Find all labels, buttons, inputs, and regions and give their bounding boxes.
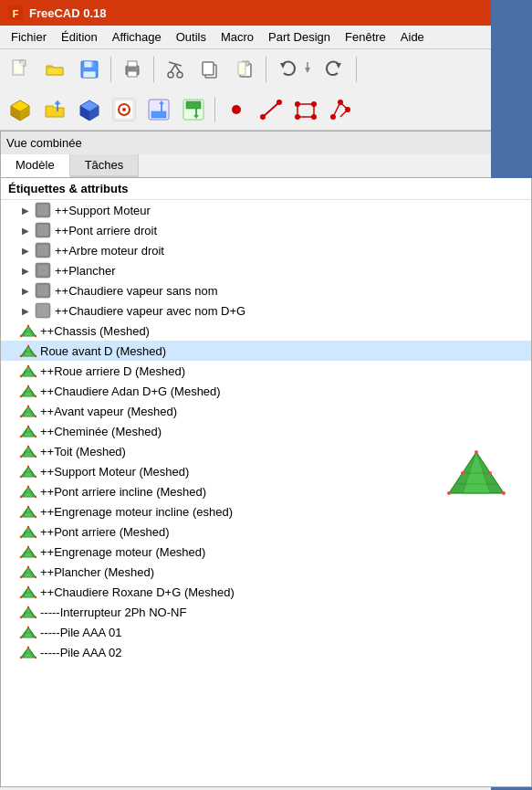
tree-arrow [5, 425, 17, 437]
tree-item[interactable]: ++Avant vapeur (Meshed) [1, 401, 531, 421]
svg-point-148 [35, 496, 37, 498]
svg-point-222 [502, 491, 506, 495]
svg-point-63 [338, 100, 343, 105]
tree-arrow[interactable]: ▶ [19, 264, 32, 277]
tree-item[interactable]: ++Engrenage moteur incline (eshed) [1, 501, 531, 521]
svg-marker-27 [336, 63, 341, 68]
tree-item[interactable]: ▶ ++Pont arriere droit [1, 220, 531, 240]
tree-arrow [5, 445, 17, 458]
tree-arrow [5, 324, 17, 337]
tree-item[interactable]: ++Pont arriere (Meshed) [1, 521, 531, 542]
svg-point-163 [27, 526, 29, 528]
menu-affichage[interactable]: Affichage [105, 28, 169, 46]
menu-aide[interactable]: Aide [393, 28, 432, 46]
tree-item[interactable]: -----Pile AAA 01 [1, 622, 531, 642]
menu-partdesign[interactable]: Part Design [261, 28, 338, 46]
tree-item[interactable]: ▶ ++Chaudiere vapeur avec nom D+G [1, 300, 531, 321]
svg-marker-32 [55, 100, 60, 104]
tree-item[interactable]: ++Roue arriere D (Meshed) [1, 361, 531, 381]
cut-button[interactable] [159, 53, 192, 86]
svg-line-16 [175, 65, 180, 72]
new-button[interactable] [4, 53, 37, 86]
tree-item[interactable]: -----Pile AAA 02 [1, 642, 531, 662]
tree-item-label: ++Pont arriere incline (Meshed) [40, 485, 206, 499]
tree-item[interactable]: ++Plancher (Meshed) [1, 562, 531, 582]
tree-item[interactable]: Roue avant D (Meshed) [1, 341, 531, 361]
tree-item[interactable]: -----Interrupteur 2Ph NO-NF [1, 602, 531, 622]
svg-point-224 [488, 471, 492, 475]
menu-bar: Fichier Édition Affichage Outils Macro P… [0, 26, 532, 49]
part-button[interactable] [4, 93, 37, 126]
tree-item-label: ++Plancher (Meshed) [40, 565, 154, 579]
tree-item[interactable]: ++Chaudiere Adan D+G (Meshed) [1, 381, 531, 401]
menu-fichier[interactable]: Fichier [4, 28, 54, 46]
tree-arrow[interactable]: ▶ [19, 224, 32, 237]
svg-point-106 [20, 395, 22, 397]
node-button[interactable] [324, 93, 357, 126]
solid-button[interactable] [73, 93, 106, 126]
point-icon [224, 97, 249, 122]
tab-taches[interactable]: Tâches [70, 154, 140, 177]
svg-point-164 [35, 536, 37, 538]
tabs-bar: Modèle Tâches [0, 154, 532, 178]
svg-point-172 [35, 556, 37, 558]
tree-item[interactable]: ++Chaudiere Roxane D+G (Meshed) [1, 582, 531, 602]
tree-item[interactable]: ▶ ++Support Moteur [1, 200, 531, 220]
menu-fenetre[interactable]: Fenêtre [338, 28, 393, 46]
object-icon [34, 241, 52, 259]
tree-arrow[interactable]: ▶ [19, 204, 32, 216]
line-button[interactable] [255, 93, 287, 126]
menu-outils[interactable]: Outils [169, 28, 214, 46]
tree-item[interactable]: ▶ ++Chaudiere vapeur sans nom [1, 280, 531, 300]
tree-arrow [5, 565, 17, 578]
tree-arrow [5, 585, 17, 598]
svg-point-146 [20, 496, 22, 498]
open-button[interactable] [38, 53, 71, 86]
circle-button[interactable] [108, 93, 141, 126]
tree-item[interactable]: ▶ ++Arbre moteur droit [1, 240, 531, 260]
tree-item[interactable]: ++Chassis (Meshed) [1, 321, 531, 341]
mesh-icon [19, 321, 37, 340]
svg-point-100 [35, 375, 37, 377]
svg-point-62 [330, 114, 336, 120]
tree-item[interactable]: ++Engrenage moteur (Meshed) [1, 542, 531, 562]
mesh-export-button[interactable] [177, 93, 210, 126]
svg-point-58 [311, 114, 317, 120]
preview-image [440, 438, 513, 502]
save-button[interactable] [73, 53, 106, 86]
tree-item-label: ++Chaudiere vapeur sans nom [55, 284, 218, 298]
tab-modele[interactable]: Modèle [1, 154, 70, 177]
mesh-export-icon [181, 97, 206, 122]
print-button[interactable] [116, 53, 149, 86]
undo-button[interactable] [271, 53, 317, 86]
svg-point-107 [27, 385, 29, 387]
redo-button[interactable] [318, 53, 351, 86]
svg-point-187 [27, 586, 29, 588]
tree-item-label: ++Pont arriere (Meshed) [40, 525, 170, 539]
menu-macro[interactable]: Macro [214, 28, 261, 46]
copy-button[interactable] [193, 53, 226, 86]
folder-button[interactable] [38, 93, 71, 126]
tree-panel[interactable]: Étiquettes & attributs ▶ ++Support Moteu… [0, 178, 532, 787]
sep-2 [153, 57, 154, 82]
tree-item[interactable]: ▶ ++Plancher [1, 260, 531, 280]
mesh-icon [19, 502, 37, 521]
tree-arrow[interactable]: ▶ [19, 284, 32, 297]
svg-point-122 [20, 436, 22, 437]
panel-header: Vue combinée ⊞ ✕ [0, 131, 532, 154]
svg-point-195 [27, 606, 29, 608]
svg-point-82 [20, 335, 22, 337]
toolbar-row-2 [0, 90, 532, 130]
import-button[interactable] [142, 93, 175, 126]
rect-button[interactable] [289, 93, 322, 126]
mesh-icon [19, 583, 37, 601]
tree-arrow[interactable]: ▶ [19, 244, 32, 257]
tree-items-container: ▶ ++Support Moteur▶ ++Pont arriere droit… [1, 200, 531, 662]
tree-arrow[interactable]: ▶ [19, 304, 32, 317]
paste-button[interactable] [228, 53, 261, 86]
tree-section-header: Étiquettes & attributs [1, 178, 531, 200]
object-icon [34, 301, 52, 320]
menu-edition[interactable]: Édition [54, 28, 105, 46]
tree-item-label: -----Pile AAA 02 [40, 646, 122, 659]
point-button[interactable] [220, 93, 253, 126]
